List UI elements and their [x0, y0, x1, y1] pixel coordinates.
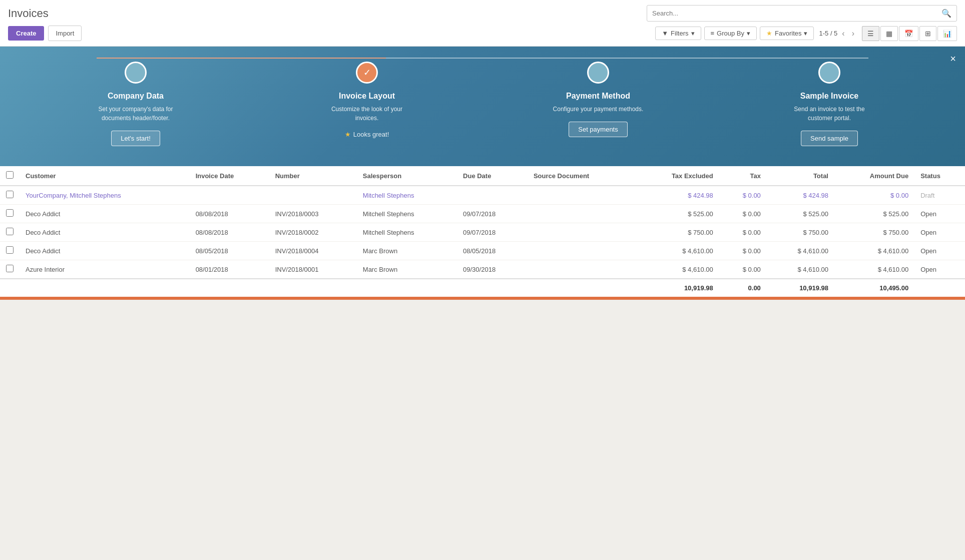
view-list-button[interactable]: ☰	[862, 26, 879, 41]
step-circle-sample-invoice	[818, 62, 840, 84]
step-desc-sample-invoice: Send an invoice to test thecustomer port…	[794, 105, 864, 123]
page-prev-button[interactable]: ‹	[839, 28, 847, 39]
search-icon[interactable]: 🔍	[936, 6, 956, 21]
row-checkbox-5[interactable]	[6, 265, 14, 272]
cell-tax-excluded-5: $ 4,610.00	[635, 260, 719, 279]
table-row: YourCompany, Mitchell Stephens Mitchell …	[0, 186, 965, 205]
banner-step-invoice-layout: ✓ Invoice Layout Customize the look of y…	[251, 62, 482, 138]
table-header: Customer Invoice Date Number Salesperson…	[0, 166, 965, 186]
cell-number-2: INV/2018/0003	[269, 205, 357, 223]
cell-amount-due-2: $ 525.00	[834, 205, 914, 223]
step-btn-company-data[interactable]: Let's start!	[111, 131, 160, 146]
cell-status-2: Open	[914, 205, 965, 223]
table-row: Deco Addict 08/08/2018 INV/2018/0002 Mit…	[0, 223, 965, 242]
col-header-number[interactable]: Number	[269, 166, 357, 186]
right-controls: ▼ Filters ▾ ≡ Group By ▾ ★ Favorites ▾ 1…	[655, 26, 957, 41]
row-checkbox-1[interactable]	[6, 191, 14, 198]
search-input[interactable]	[647, 7, 936, 20]
favorites-button[interactable]: ★ Favorites ▾	[760, 27, 814, 40]
step-title-company-data: Company Data	[108, 92, 164, 101]
page-next-button[interactable]: ›	[849, 28, 857, 39]
banner-steps: Company Data Set your company's data for…	[20, 62, 945, 146]
col-header-status[interactable]: Status	[914, 166, 965, 186]
cell-due-date-4: 08/05/2018	[457, 242, 528, 260]
step-circle-company-data	[125, 62, 147, 84]
table-row: Azure Interior 08/01/2018 INV/2018/0001 …	[0, 260, 965, 279]
row-checkbox-4[interactable]	[6, 246, 14, 254]
col-header-tax[interactable]: Tax	[719, 166, 767, 186]
cell-invoice-date-3: 08/08/2018	[190, 223, 269, 242]
step-btn-sample-invoice[interactable]: Send sample	[801, 131, 858, 146]
cell-tax-excluded-3: $ 750.00	[635, 223, 719, 242]
step-btn-payment-method[interactable]: Set payments	[569, 122, 628, 137]
view-chart-button[interactable]: 📊	[937, 26, 957, 41]
cell-invoice-date-2: 08/08/2018	[190, 205, 269, 223]
filter-group: ▼ Filters ▾ ≡ Group By ▾ ★ Favorites ▾	[655, 27, 814, 40]
cell-status-4: Open	[914, 242, 965, 260]
row-checkbox-2[interactable]	[6, 209, 14, 217]
header-top-row: Invoices 🔍	[8, 5, 957, 22]
cell-invoice-date-5: 08/01/2018	[190, 260, 269, 279]
step-desc-invoice-layout: Customize the look of yourinvoices.	[331, 105, 402, 123]
cell-due-date-2: 09/07/2018	[457, 205, 528, 223]
create-button[interactable]: Create	[8, 26, 44, 41]
step-title-sample-invoice: Sample Invoice	[800, 92, 859, 101]
col-header-due-date[interactable]: Due Date	[457, 166, 528, 186]
step-desc-company-data: Set your company's data fordocuments hea…	[98, 105, 173, 123]
cell-total-2: $ 525.00	[767, 205, 834, 223]
col-header-invoice-date[interactable]: Invoice Date	[190, 166, 269, 186]
banner-close-button[interactable]: ×	[950, 54, 956, 64]
cell-customer-4: Deco Addict	[20, 242, 190, 260]
filters-label: Filters	[671, 30, 688, 37]
cell-source-doc-4	[528, 242, 635, 260]
footer-tax-excluded: 10,919.98	[635, 279, 719, 297]
col-header-amount-due[interactable]: Amount Due	[834, 166, 914, 186]
cell-customer-5: Azure Interior	[20, 260, 190, 279]
cell-due-date-1	[457, 186, 528, 205]
footer-total: 10,919.98	[767, 279, 834, 297]
cell-total-3: $ 750.00	[767, 223, 834, 242]
groupby-button[interactable]: ≡ Group By ▾	[704, 27, 757, 40]
import-button[interactable]: Import	[48, 26, 82, 41]
table-row: Deco Addict 08/08/2018 INV/2018/0003 Mit…	[0, 205, 965, 223]
footer-amount-due: 10,495.00	[834, 279, 914, 297]
cell-salesperson-4: Marc Brown	[357, 242, 457, 260]
row-checkbox-3[interactable]	[6, 228, 14, 235]
cell-invoice-date-4: 08/05/2018	[190, 242, 269, 260]
page-title: Invoices	[8, 7, 49, 20]
looks-great-star-icon: ★	[345, 131, 351, 138]
favorites-caret: ▾	[804, 30, 807, 37]
step-title-invoice-layout: Invoice Layout	[339, 92, 395, 101]
cell-salesperson-1[interactable]: Mitchell Stephens	[357, 186, 457, 205]
cell-tax-3: $ 0.00	[719, 223, 767, 242]
cell-customer-1[interactable]: YourCompany, Mitchell Stephens	[20, 186, 190, 205]
step-status-invoice-layout: ★ Looks great!	[345, 131, 389, 138]
cell-number-5: INV/2018/0001	[269, 260, 357, 279]
col-header-tax-excluded[interactable]: Tax Excluded	[635, 166, 719, 186]
favorites-label: Favorites	[775, 30, 801, 37]
onboarding-banner: × Company Data Set your company's data f…	[0, 47, 965, 166]
select-all-checkbox[interactable]	[6, 171, 14, 179]
view-calendar-button[interactable]: 📅	[899, 26, 918, 41]
filters-button[interactable]: ▼ Filters ▾	[655, 27, 701, 40]
cell-customer-3: Deco Addict	[20, 223, 190, 242]
col-header-salesperson[interactable]: Salesperson	[357, 166, 457, 186]
cell-source-doc-2	[528, 205, 635, 223]
col-header-total[interactable]: Total	[767, 166, 834, 186]
cell-tax-1: $ 0.00	[719, 186, 767, 205]
title-actions: Invoices	[8, 7, 49, 20]
banner-step-sample-invoice: Sample Invoice Send an invoice to test t…	[714, 62, 945, 146]
col-header-source-doc[interactable]: Source Document	[528, 166, 635, 186]
select-all-header	[0, 166, 20, 186]
cell-source-doc-1	[528, 186, 635, 205]
cell-salesperson-3: Mitchell Stephens	[357, 223, 457, 242]
filters-caret: ▾	[691, 30, 695, 37]
banner-step-company-data: Company Data Set your company's data for…	[20, 62, 251, 146]
cell-tax-excluded-4: $ 4,610.00	[635, 242, 719, 260]
footer-status-spacer	[914, 279, 965, 297]
view-kanban-button[interactable]: ▦	[880, 26, 898, 41]
col-header-customer[interactable]: Customer	[20, 166, 190, 186]
view-pivot-button[interactable]: ⊞	[919, 26, 936, 41]
cell-tax-excluded-2: $ 525.00	[635, 205, 719, 223]
cell-status-3: Open	[914, 223, 965, 242]
